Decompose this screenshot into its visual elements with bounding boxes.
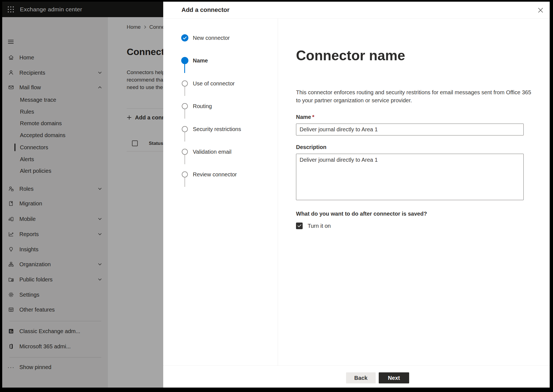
back-button[interactable]: Back — [346, 372, 376, 383]
dialog-footer: Back Next — [163, 365, 550, 388]
description-field-label: Description — [296, 144, 326, 150]
name-field-label: Name* — [296, 114, 314, 120]
step-upcoming-icon — [182, 126, 188, 132]
step-label: Review connector — [193, 171, 237, 178]
step-new-connector[interactable]: New connector — [163, 33, 278, 42]
step-name[interactable]: Name — [163, 56, 278, 65]
step-upcoming-icon — [182, 149, 188, 155]
step-security-restrictions[interactable]: Security restrictions — [163, 125, 278, 134]
turn-it-on-label: Turn it on — [308, 223, 331, 229]
step-label: Name — [193, 58, 208, 64]
step-label: Validation email — [193, 149, 232, 155]
step-validation-email[interactable]: Validation email — [163, 147, 278, 156]
connector-name-input[interactable] — [296, 124, 524, 135]
step-label: Use of connector — [193, 80, 235, 87]
step-label: Routing — [193, 103, 212, 109]
required-marker: * — [312, 114, 314, 120]
step-label: New connector — [193, 35, 230, 41]
wizard-page-description: This connector enforces routing and secu… — [296, 88, 531, 104]
step-upcoming-icon — [182, 171, 188, 177]
step-upcoming-icon — [182, 80, 188, 87]
dialog-header: Add a connector — [163, 2, 550, 19]
app-window: Exchange admin center Home Recipients — [2, 2, 550, 388]
add-connector-dialog: Add a connector New connector Name Use — [163, 2, 550, 388]
next-button[interactable]: Next — [379, 372, 409, 383]
step-label: Security restrictions — [193, 126, 241, 132]
step-upcoming-icon — [182, 103, 188, 109]
step-review-connector[interactable]: Review connector — [163, 170, 278, 179]
connector-description-textarea[interactable]: Deliver journal directly to Area 1 — [296, 154, 524, 200]
wizard-stepper: New connector Name Use of connector Rout… — [163, 19, 278, 365]
step-routing[interactable]: Routing — [163, 102, 278, 111]
step-use-of-connector[interactable]: Use of connector — [163, 79, 278, 88]
step-completed-icon — [181, 34, 188, 41]
close-icon — [538, 7, 544, 13]
turn-it-on-checkbox[interactable] — [296, 223, 303, 229]
wizard-page-heading: Connector name — [296, 48, 405, 64]
step-current-icon — [181, 57, 188, 64]
checkmark-icon — [297, 224, 302, 228]
dialog-title: Add a connector — [181, 2, 230, 18]
after-save-question: What do you want to do after connector i… — [296, 211, 427, 217]
close-button[interactable] — [537, 7, 544, 14]
